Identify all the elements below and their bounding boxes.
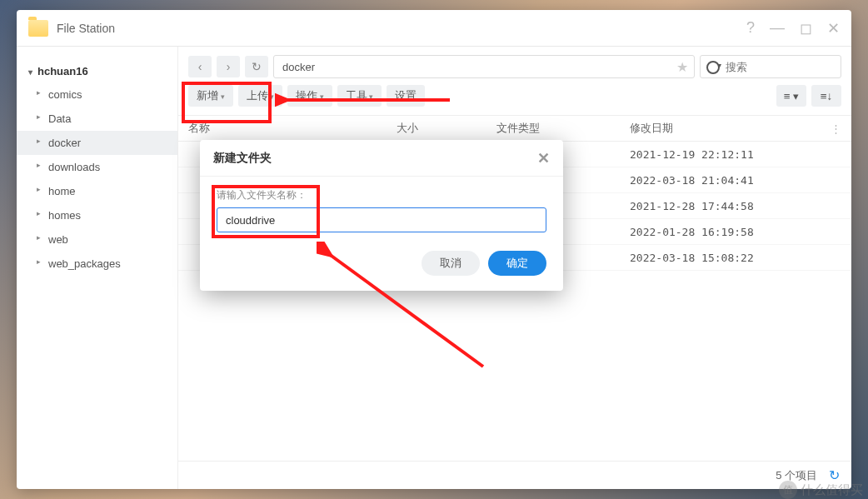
sidebar-item-home[interactable]: home [17,179,177,203]
nav-back-button[interactable]: ‹ [188,56,212,77]
folder-name-input[interactable] [217,207,546,232]
action-toolbar: 新增 上传 操作 工具 设置 ≡ ▾ ≡↓ [178,85,851,115]
action-button[interactable]: 操作 [287,85,332,107]
th-name[interactable]: 名称 [188,121,397,136]
th-type[interactable]: 文件类型 [496,121,630,136]
new-button[interactable]: 新增 [188,85,233,107]
th-date[interactable]: 修改日期 [630,121,831,136]
cancel-button[interactable]: 取消 [422,251,480,276]
sidebar-item-web[interactable]: web [17,227,177,252]
path-input[interactable] [273,55,695,78]
th-size[interactable]: 大小 [397,121,496,136]
sidebar: hchuan16 comicsDatadockerdownloadshomeho… [17,47,178,489]
sidebar-item-docker[interactable]: docker [17,131,177,155]
new-folder-dialog: 新建文件夹 ✕ 请输入文件夹名称： 取消 确定 [200,140,563,291]
upload-button[interactable]: 上传 [238,85,283,107]
sidebar-item-web_packages[interactable]: web_packages [17,252,177,276]
search-input[interactable] [700,55,841,78]
table-header: 名称 大小 文件类型 修改日期 ⋮ [178,115,851,142]
favorite-icon[interactable]: ★ [676,59,688,75]
dialog-close-icon[interactable]: ✕ [537,149,550,167]
reload-button[interactable]: ↻ [245,56,268,77]
settings-button[interactable]: 设置 [387,85,425,107]
sort-button[interactable]: ≡↓ [811,85,841,107]
nav-forward-button[interactable]: › [217,56,240,77]
help-icon[interactable]: ? [746,19,755,37]
th-more-icon[interactable]: ⋮ [831,122,841,135]
tree-root[interactable]: hchuan16 [17,60,177,82]
dialog-title: 新建文件夹 [213,151,272,166]
tool-button[interactable]: 工具 [337,85,382,107]
watermark: 什么值得买 [779,481,863,499]
close-icon[interactable]: ✕ [827,19,840,37]
app-title: File Station [57,22,746,35]
path-toolbar: ‹ › ↻ ★ [178,47,851,85]
minimize-icon[interactable]: — [770,19,785,37]
titlebar: File Station ? — ◻ ✕ [17,10,851,47]
sidebar-item-downloads[interactable]: downloads [17,155,177,179]
statusbar: 5 个项目 ↻ [178,461,851,489]
sidebar-item-Data[interactable]: Data [17,107,177,131]
view-list-button[interactable]: ≡ ▾ [776,85,806,107]
sidebar-item-homes[interactable]: homes [17,203,177,227]
ok-button[interactable]: 确定 [488,251,546,276]
app-icon [28,20,48,37]
sidebar-item-comics[interactable]: comics [17,82,177,107]
maximize-icon[interactable]: ◻ [800,19,812,37]
dialog-label: 请输入文件夹名称： [217,188,546,202]
